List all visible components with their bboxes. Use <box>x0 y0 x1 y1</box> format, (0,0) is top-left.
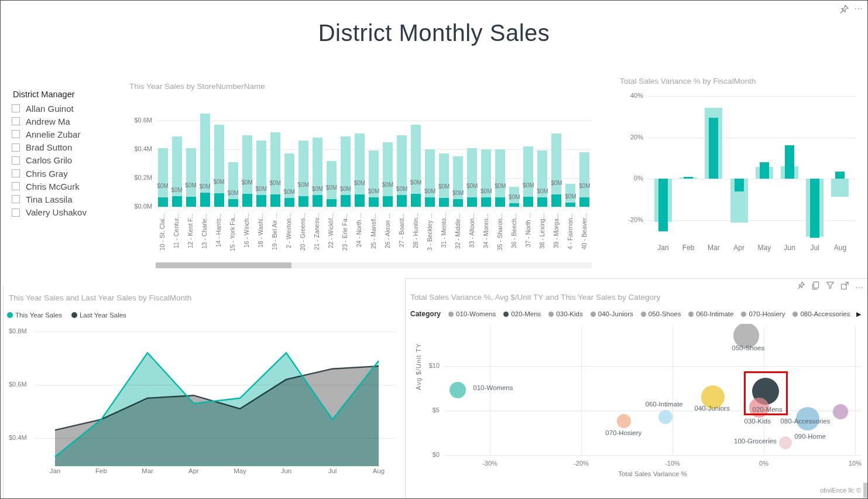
variance-bar-highlight[interactable] <box>735 179 744 192</box>
bar-highlight[interactable] <box>383 196 393 207</box>
bubble-100-groceries[interactable] <box>779 436 792 449</box>
bar-highlight[interactable] <box>299 196 308 207</box>
checkbox[interactable] <box>12 182 20 190</box>
slicer-item-andrew-ma[interactable]: Andrew Ma <box>12 115 70 127</box>
slicer-item-allan-guinot[interactable]: Allan Guinot <box>12 102 74 114</box>
bar-highlight[interactable] <box>228 199 238 207</box>
scatter-legend-item-060-intimate[interactable]: 060-Intimate <box>688 310 733 317</box>
variance-bar-highlight[interactable] <box>658 179 668 231</box>
bar-highlight[interactable] <box>284 198 294 207</box>
bar-highlight[interactable] <box>172 196 182 207</box>
slicer-item-valery-ushakov[interactable]: Valery Ushakov <box>12 207 87 218</box>
bubble-090-home[interactable] <box>833 404 848 419</box>
bar-highlight[interactable] <box>313 195 323 207</box>
bar-highlight[interactable] <box>425 197 435 207</box>
x-tick-label: -10% <box>665 460 680 467</box>
bar-highlight[interactable] <box>551 194 561 207</box>
legend-item-last-year[interactable]: Last Year Sales <box>71 312 126 319</box>
bar-highlight[interactable] <box>256 195 266 207</box>
visual-copy-icon[interactable] <box>811 281 820 290</box>
bubble-070-hosiery[interactable] <box>617 414 631 428</box>
this-year-sales-area[interactable] <box>55 353 379 466</box>
scatter-legend-item-080-accessories[interactable]: 080-Accessories <box>792 310 850 317</box>
x-category-label: 4 - Fairmon... <box>567 213 575 260</box>
pin-icon[interactable] <box>839 4 849 15</box>
scatter-legend-item-040-juniors[interactable]: 040-Juniors <box>591 310 633 317</box>
scatter-legend-item-050-shoes[interactable]: 050-Shoes <box>641 310 681 317</box>
checkbox[interactable] <box>12 130 20 138</box>
checkbox[interactable] <box>12 209 20 217</box>
checkbox[interactable] <box>12 195 20 203</box>
last-year-sales-area[interactable] <box>55 366 379 466</box>
x-tick-label: 10% <box>849 460 862 467</box>
slicer-item-chris-mcgurk[interactable]: Chris McGurk <box>12 180 80 192</box>
bar-highlight[interactable] <box>579 197 589 207</box>
variance-bar-highlight[interactable] <box>760 162 769 179</box>
bar-highlight[interactable] <box>186 197 196 207</box>
bar-highlight[interactable] <box>537 197 547 207</box>
bar-highlight[interactable] <box>369 197 379 207</box>
store-scrollbar-thumb[interactable] <box>156 262 291 268</box>
checkbox[interactable] <box>12 169 20 177</box>
bar-highlight[interactable] <box>509 203 519 207</box>
legend-scroll-arrow[interactable]: ▶ <box>856 310 861 318</box>
scatter-legend-item-030-kids[interactable]: 030-Kids <box>548 310 582 317</box>
bar-highlight[interactable] <box>270 194 280 207</box>
visual-focus-icon[interactable] <box>840 281 849 290</box>
checkbox[interactable] <box>12 117 20 125</box>
bar-highlight[interactable] <box>214 193 224 207</box>
legend-item-this-year[interactable]: This Year Sales <box>7 312 62 319</box>
variance-bar-highlight[interactable] <box>709 118 718 179</box>
variance-bar-highlight[interactable] <box>835 172 845 179</box>
slicer-item-chris-gray[interactable]: Chris Gray <box>12 168 68 179</box>
variance-bar-highlight[interactable] <box>785 145 794 179</box>
scatter-legend-item-020-mens[interactable]: 020-Mens <box>503 310 541 317</box>
bubble-060-intimate[interactable] <box>658 410 673 424</box>
variance-bar-highlight[interactable] <box>684 177 693 179</box>
page-scrollbar-thumb[interactable] <box>863 483 867 498</box>
slicer-item-brad-sutton[interactable]: Brad Sutton <box>12 142 72 153</box>
bar-highlight[interactable] <box>481 197 491 207</box>
bar-highlight[interactable] <box>200 193 210 207</box>
variance-bar-total[interactable] <box>831 179 849 197</box>
x-category-label: 35 - Sharon... <box>496 213 505 260</box>
visual-filter-icon[interactable] <box>826 281 835 290</box>
checkbox[interactable] <box>12 156 20 165</box>
slicer-item-tina-lassila[interactable]: Tina Lassila <box>12 193 72 205</box>
bar-data-label: $0M <box>213 179 224 185</box>
visual-pin-icon[interactable] <box>797 281 805 290</box>
store-scrollbar-track[interactable] <box>156 262 592 268</box>
scatter-legend-item-070-hosiery[interactable]: 070-Hosiery <box>741 310 785 317</box>
bar-highlight[interactable] <box>341 195 351 207</box>
bar-highlight[interactable] <box>439 198 449 207</box>
bar-highlight[interactable] <box>495 197 505 207</box>
x-month-label: Aug <box>834 244 846 252</box>
bar-highlight[interactable] <box>355 194 365 207</box>
slicer-item-annelie-zubar[interactable]: Annelie Zubar <box>12 128 80 140</box>
this-year-sales-line <box>55 353 379 456</box>
bar-highlight[interactable] <box>327 199 337 207</box>
checkbox[interactable] <box>12 104 20 112</box>
visual-more-icon[interactable]: … <box>855 281 864 290</box>
more-options-icon[interactable]: … <box>854 1 864 11</box>
bar-highlight[interactable] <box>453 199 463 207</box>
bar-highlight[interactable] <box>467 197 477 207</box>
variance-bar-highlight[interactable] <box>810 179 819 238</box>
bubble-label-010-womens: 010-Womens <box>473 384 513 391</box>
bar-highlight[interactable] <box>397 195 407 207</box>
slicer-item-carlos-grilo[interactable]: Carlos Grilo <box>12 155 72 166</box>
bubble-010-womens[interactable] <box>450 382 466 398</box>
bar-highlight[interactable] <box>242 194 252 207</box>
bar-highlight[interactable] <box>411 194 421 207</box>
x-month-label: May <box>757 244 771 252</box>
y-tick-label: $0.6M <box>128 117 152 124</box>
checkbox[interactable] <box>12 143 20 152</box>
scatter-legend: Category 010-Womens020-Mens030-Kids040-J… <box>410 310 850 318</box>
x-category-label: 16 - Winch... <box>243 213 251 260</box>
bar-highlight[interactable] <box>565 203 575 207</box>
scatter-legend-item-010-womens[interactable]: 010-Womens <box>448 310 496 317</box>
bar-highlight[interactable] <box>158 197 168 207</box>
y-tick-label: 20% <box>619 134 643 141</box>
bar-highlight[interactable] <box>523 197 533 207</box>
bar-data-label: $0M <box>424 188 435 194</box>
